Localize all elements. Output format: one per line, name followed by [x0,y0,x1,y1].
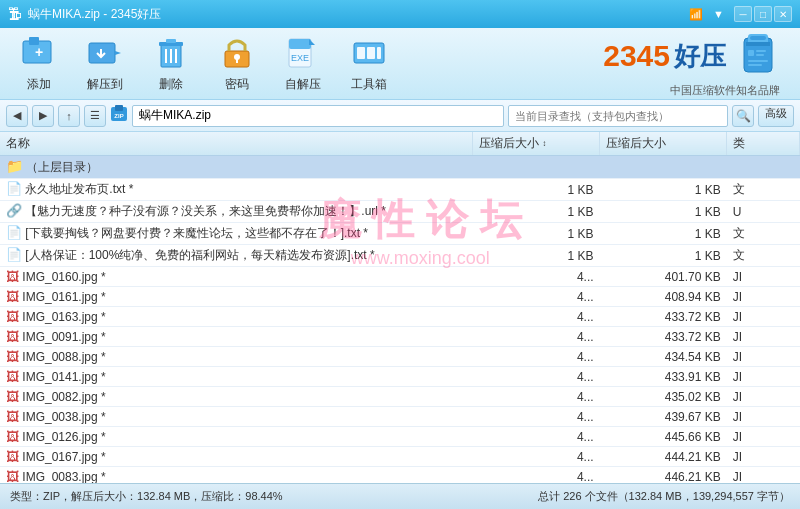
table-row[interactable]: 🖼 IMG_0141.jpg *4...433.91 KBJI [0,367,800,387]
file-size: 4... [472,447,599,467]
file-type: JI [727,387,800,407]
table-row[interactable]: 📄 永久地址发布页.txt *1 KB1 KB文 [0,179,800,201]
path-input[interactable] [132,105,504,127]
search-button[interactable]: 🔍 [732,105,754,127]
file-size: 4... [472,367,599,387]
file-type: JI [727,267,800,287]
title-bar-left: 🗜 蜗牛MIKA.zip - 2345好压 [8,6,161,23]
file-compressed-size: 444.21 KB [600,447,727,467]
search-input[interactable] [508,105,728,127]
file-compressed-size: 1 KB [600,245,727,267]
file-list[interactable]: 名称 压缩后大小 ↕ 压缩后大小 类 📁 （上层目录）📄 永久地址发布页.txt… [0,132,800,483]
table-row[interactable]: 🖼 IMG_0167.jpg *4...444.21 KBJI [0,447,800,467]
brand-tagline: 中国压缩软件知名品牌 [670,83,780,98]
add-label: 添加 [27,76,51,93]
table-row[interactable]: 🖼 IMG_0160.jpg *4...401.70 KBJI [0,267,800,287]
table-row[interactable]: 📄 [下载要掏钱？网盘要付费？来魔性论坛，这些都不存在了！].txt *1 KB… [0,223,800,245]
file-name: 🖼 IMG_0083.jpg * [0,467,472,484]
up-button[interactable]: ↑ [58,105,80,127]
maximize-button[interactable]: □ [754,6,772,22]
file-size: 1 KB [472,223,599,245]
file-type: 文 [727,179,800,201]
svg-rect-18 [367,47,375,59]
svg-rect-22 [746,42,770,46]
file-type: 文 [727,245,800,267]
file-name: 🖼 IMG_0088.jpg * [0,347,472,367]
file-type: JI [727,287,800,307]
advanced-button[interactable]: 高级 [758,105,794,127]
file-type: JI [727,427,800,447]
forward-button[interactable]: ▶ [32,105,54,127]
file-name: 🖼 IMG_0163.jpg * [0,307,472,327]
table-row[interactable]: 📁 （上层目录） [0,156,800,179]
delete-button[interactable]: 删除 [142,28,200,99]
tools-button[interactable]: 工具箱 [340,28,398,99]
status-right: 总计 226 个文件（132.84 MB，139,294,557 字节） [538,489,790,504]
minimize-button[interactable]: ─ [734,6,752,22]
sort-arrow: ↕ [542,139,546,148]
file-name: 📄 永久地址发布页.txt * [0,179,472,201]
brand-number: 2345 [603,39,670,73]
file-compressed-size: 433.72 KB [600,307,727,327]
file-type: JI [727,327,800,347]
main-content: 魔 性 论 坛 www.moxing.cool 名称 压缩后大小 ↕ 压缩后大小… [0,132,800,483]
file-compressed-size: 439.67 KB [600,407,727,427]
extract-icon [86,34,124,72]
file-name: 🖼 IMG_0160.jpg * [0,267,472,287]
col-header-compressed[interactable]: 压缩后大小 [600,132,727,156]
wifi-icon: ▼ [713,8,724,20]
file-size: 4... [472,387,599,407]
file-compressed-size: 433.72 KB [600,327,727,347]
menu-button[interactable]: ☰ [84,105,106,127]
signal-icon: 📶 [689,8,703,21]
table-row[interactable]: 🖼 IMG_0126.jpg *4...445.66 KBJI [0,427,800,447]
col-header-size[interactable]: 压缩后大小 ↕ [472,132,599,156]
table-row[interactable]: 🖼 IMG_0163.jpg *4...433.72 KBJI [0,307,800,327]
add-button[interactable]: + 添加 [10,28,68,99]
file-compressed-size: 435.02 KB [600,387,727,407]
file-size: 1 KB [472,179,599,201]
table-row[interactable]: 🖼 IMG_0091.jpg *4...433.72 KBJI [0,327,800,347]
file-type [727,156,800,179]
table-row[interactable]: 🖼 IMG_0088.jpg *4...434.54 KBJI [0,347,800,367]
address-bar: ◀ ▶ ↑ ☰ ZIP 🔍 高级 [0,100,800,132]
close-button[interactable]: ✕ [774,6,792,22]
file-name: 🖼 IMG_0082.jpg * [0,387,472,407]
selfextract-button[interactable]: EXE 自解压 [274,28,332,99]
file-name: 🖼 IMG_0038.jpg * [0,407,472,427]
file-name: 🖼 IMG_0091.jpg * [0,327,472,347]
file-type: JI [727,447,800,467]
table-row[interactable]: 🔗 【魅力无速度？种子没有源？没关系，来这里免费帮你加速！】.url *1 KB… [0,201,800,223]
file-size: 1 KB [472,201,599,223]
password-label: 密码 [225,76,249,93]
table-row[interactable]: 🖼 IMG_0161.jpg *4...408.94 KBJI [0,287,800,307]
back-button[interactable]: ◀ [6,105,28,127]
table-row[interactable]: 🖼 IMG_0083.jpg *4...446.21 KBJI [0,467,800,484]
table-row[interactable]: 📄 [人格保证：100%纯净、免费的福利网站，每天精选发布资源].txt *1 … [0,245,800,267]
toolbar-buttons: + 添加 解压到 [10,28,603,99]
brand-name: 好压 [674,39,726,74]
tools-label: 工具箱 [351,76,387,93]
title-bar: 🗜 蜗牛MIKA.zip - 2345好压 📶 ▼ ─ □ ✕ [0,0,800,28]
file-type: JI [727,307,800,327]
table-header: 名称 压缩后大小 ↕ 压缩后大小 类 [0,132,800,156]
status-bar: 类型：ZIP，解压后大小：132.84 MB，压缩比：98.44% 总计 226… [0,483,800,509]
delete-icon [152,34,190,72]
extract-button[interactable]: 解压到 [76,28,134,99]
table-row[interactable]: 🖼 IMG_0082.jpg *4...435.02 KBJI [0,387,800,407]
col-header-type[interactable]: 类 [727,132,800,156]
table-row[interactable]: 🖼 IMG_0038.jpg *4...439.67 KBJI [0,407,800,427]
svg-rect-24 [748,50,754,56]
file-compressed-size: 408.94 KB [600,287,727,307]
status-left: 类型：ZIP，解压后大小：132.84 MB，压缩比：98.44% [10,489,283,504]
brand: 2345 好压 中国压缩软件知名品牌 [603,30,790,98]
toolbar: + 添加 解压到 [0,28,800,100]
tools-icon [350,34,388,72]
file-compressed-size: 1 KB [600,179,727,201]
file-type: 文 [727,223,800,245]
file-compressed-size: 446.21 KB [600,467,727,484]
password-icon [218,34,256,72]
password-button[interactable]: 密码 [208,28,266,99]
col-header-name[interactable]: 名称 [0,132,472,156]
file-size: 4... [472,287,599,307]
